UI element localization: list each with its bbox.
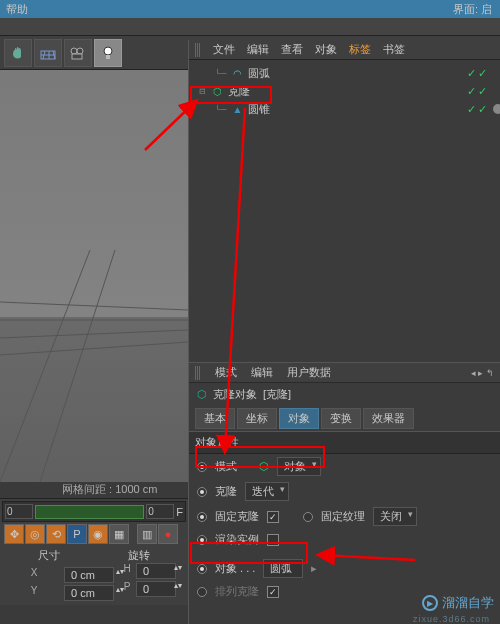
tree-label: 克隆 [228,84,250,99]
tree-label: 圆锥 [248,102,270,117]
prop-mode-row: 模式 ⬡ 对象 [189,454,500,479]
film-icon[interactable]: ▥ [137,524,157,544]
tab-coord[interactable]: 坐标 [237,408,277,429]
camera-icon[interactable] [64,39,92,67]
grid-info: 网格间距 : 1000 cm [62,482,157,497]
label-render: 渲染实例 [215,532,259,547]
tab-object[interactable]: 对象 [279,408,319,429]
mode-p-icon[interactable]: P [67,524,87,544]
om-menu-file[interactable]: 文件 [213,42,235,57]
svg-line-15 [40,250,115,482]
attr-title-suffix: [克隆] [263,387,291,402]
tree-row-arc[interactable]: └─ ◠ 圆弧 ✓✓ [193,64,496,82]
stepper-icon[interactable]: ▴▾ [174,581,190,597]
attribute-manager: 模式 编辑 用户数据 ◂ ▸ ↰ ⬡ 克隆对象 [克隆] 基本 坐标 对象 变换… [189,362,500,602]
nav-arrows[interactable]: ◂ ▸ ↰ [471,368,500,378]
mode-axis-icon[interactable]: ◎ [25,524,45,544]
radio-fixclone[interactable] [197,512,207,522]
radio-render[interactable] [197,535,207,545]
svg-point-6 [77,48,83,54]
mode-icon-row: ✥ ◎ ⟲ P ◉ ▦ ▥ ● [2,522,186,546]
bottom-controls: F ✥ ◎ ⟲ P ◉ ▦ ▥ ● 尺寸 旋转 X 0 cm ▴▾ Y 0 cm… [0,498,188,605]
grip-icon[interactable] [195,366,201,380]
cone-icon: ▲ [230,102,244,116]
hand-icon[interactable] [4,39,32,67]
watermark-url: zixue.3d66.com [413,614,490,624]
dropdown-fixtex[interactable]: 关闭 [373,507,417,526]
attr-tabs: 基本 坐标 对象 变换 效果器 [189,406,500,431]
dropdown-mode[interactable]: 对象 [277,457,321,476]
attr-menu-userdata[interactable]: 用户数据 [287,365,331,380]
attr-menu-edit[interactable]: 编辑 [251,365,273,380]
header-size: 尺寸 [38,548,60,563]
om-menu-bookmarks[interactable]: 书签 [383,42,405,57]
cloner-icon: ⬡ [259,460,269,473]
viewport[interactable] [0,70,188,482]
arc-icon: ◠ [230,66,244,80]
svg-line-12 [0,302,188,310]
om-menu-edit[interactable]: 编辑 [247,42,269,57]
tree-row-cloner[interactable]: ⊟ ⬡ 克隆 ✓✓ [193,82,496,100]
cloner-icon: ⬡ [197,388,207,401]
svg-rect-9 [106,55,110,59]
svg-point-5 [71,48,77,54]
frame-suffix: F [176,506,183,518]
check-render[interactable] [267,534,279,546]
label-arrange: 排列克隆 [215,584,259,599]
check-arrange: ✓ [267,586,279,598]
om-menu-view[interactable]: 查看 [281,42,303,57]
mode-o-icon[interactable]: ◉ [88,524,108,544]
picker-icon[interactable]: ▸ [311,562,317,575]
prop-clone-row: 克隆 迭代 [189,479,500,504]
label-clone: 克隆 [215,484,237,499]
prop-object-row: 对象 . . . 圆弧 ▸ [189,556,500,581]
timeline-row: F [2,501,186,522]
tab-transform[interactable]: 变换 [321,408,361,429]
watermark-brand: 溜溜自学 [442,594,494,612]
svg-rect-7 [72,54,82,59]
object-manager: 文件 编辑 查看 对象 标签 书签 └─ ◠ 圆弧 ✓✓ ⊟ ⬡ 克隆 ✓✓ └… [188,40,500,624]
dropdown-clone[interactable]: 迭代 [245,482,289,501]
radio-arrange [197,587,207,597]
mode-grid-icon[interactable]: ▦ [109,524,129,544]
menu-help[interactable]: 帮助 [6,2,28,17]
om-menu-objects[interactable]: 对象 [315,42,337,57]
field-object[interactable]: 圆弧 [263,559,303,578]
grid-icon[interactable] [34,39,62,67]
layout-label[interactable]: 界面: 启 [453,2,492,17]
object-tree: └─ ◠ 圆弧 ✓✓ ⊟ ⬡ 克隆 ✓✓ └─ ▲ 圆锥 ✓✓ [189,60,500,122]
mode-rotate-icon[interactable]: ⟲ [46,524,66,544]
tab-effectors[interactable]: 效果器 [363,408,414,429]
attr-menubar: 模式 编辑 用户数据 ◂ ▸ ↰ [189,363,500,383]
svg-line-13 [0,342,188,355]
field-x[interactable]: 0 cm [64,567,114,583]
field-y[interactable]: 0 cm [64,585,114,601]
mode-move-icon[interactable]: ✥ [4,524,24,544]
stepper-icon[interactable]: ▴▾ [174,563,190,579]
om-menu-tags[interactable]: 标签 [349,42,371,57]
object-menubar: 文件 编辑 查看 对象 标签 书签 [189,40,500,60]
watermark: ▶ 溜溜自学 [422,594,494,612]
prop-fixclone-row: 固定克隆 ✓ 固定纹理 关闭 [189,504,500,529]
radio-object[interactable] [197,564,207,574]
tree-label: 圆弧 [248,66,270,81]
radio-fixtex[interactable] [303,512,313,522]
timeline-range[interactable] [35,505,144,519]
field-p[interactable]: 0 [136,581,176,597]
tree-row-cone[interactable]: └─ ▲ 圆锥 ✓✓ [193,100,496,118]
cloner-icon: ⬡ [210,84,224,98]
frame-start[interactable] [5,504,33,519]
light-icon[interactable] [94,39,122,67]
label-fixclone: 固定克隆 [215,509,259,524]
rec-icon[interactable]: ● [158,524,178,544]
tab-basic[interactable]: 基本 [195,408,235,429]
field-h[interactable]: 0 [136,563,176,579]
label-mode: 模式 [215,459,237,474]
radio-mode[interactable] [197,462,207,472]
attr-menu-mode[interactable]: 模式 [215,365,237,380]
grip-icon[interactable] [195,43,201,57]
check-fixclone[interactable]: ✓ [267,511,279,523]
svg-point-8 [104,47,112,55]
radio-clone[interactable] [197,487,207,497]
frame-cur[interactable] [146,504,174,519]
